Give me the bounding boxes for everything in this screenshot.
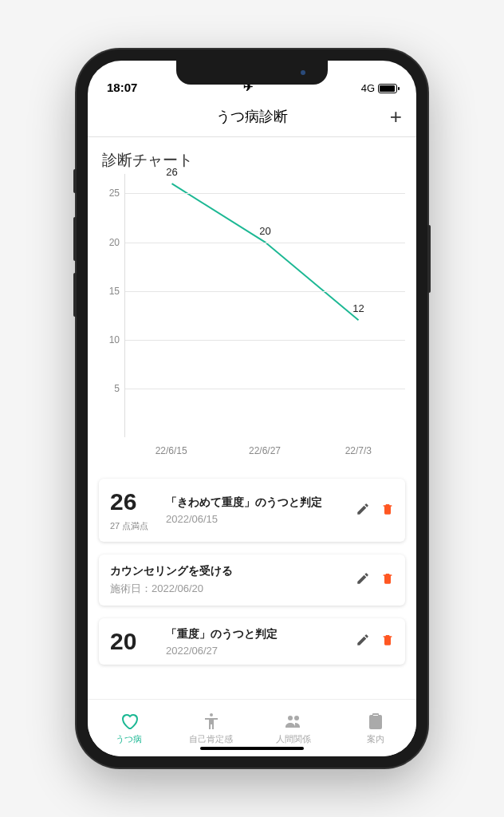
status-network: 4G (361, 82, 375, 94)
card-date: 2022/06/15 (166, 513, 346, 525)
chart-point-label: 12 (352, 302, 364, 314)
result-card[interactable]: 20「重度」のうつと判定2022/06/27 (99, 618, 405, 665)
y-tick: 15 (109, 286, 120, 297)
edit-icon[interactable] (356, 502, 370, 519)
status-time: 18:07 (107, 81, 137, 94)
y-tick: 25 (109, 187, 120, 199)
chart-point-label: 20 (259, 224, 270, 236)
y-tick: 20 (109, 237, 120, 248)
add-button[interactable]: + (390, 104, 402, 128)
home-indicator (200, 747, 304, 750)
svg-point-1 (288, 716, 293, 720)
phone-side-button (73, 169, 77, 193)
x-tick: 22/6/15 (124, 445, 218, 456)
svg-point-0 (210, 713, 213, 716)
body-icon (202, 712, 221, 731)
result-card[interactable]: 2627 点満点「きわめて重度」のうつと判定2022/06/15 (99, 479, 405, 542)
card-title: カウンセリングを受ける (110, 564, 346, 578)
nav-label: 案内 (367, 733, 384, 745)
delete-icon[interactable] (381, 571, 394, 589)
content[interactable]: 診断チャート 510152025 262012 22/6/1522/6/2722… (88, 137, 416, 699)
nav-label: 自己肯定感 (189, 733, 233, 745)
score-caption: 27 点満点 (110, 520, 156, 532)
card-title: 「きわめて重度」のうつと判定 (166, 495, 346, 510)
delete-icon[interactable] (381, 502, 394, 519)
people-icon (284, 712, 303, 731)
svg-point-2 (294, 716, 299, 720)
phone-side-button (73, 273, 77, 317)
page-title: うつ病診断 (216, 107, 288, 126)
nav-label: 人間関係 (276, 733, 311, 745)
battery-icon (378, 84, 397, 93)
score-value: 26 (110, 488, 156, 515)
screen: 18:07 ✈ 4G うつ病診断 + 診断チャート 510152025 2620… (88, 61, 416, 756)
y-tick: 5 (114, 383, 120, 394)
notch (176, 61, 328, 85)
x-tick: 22/7/3 (312, 445, 405, 456)
score-value: 20 (110, 628, 156, 655)
edit-icon[interactable] (356, 571, 370, 589)
card-title: 「重度」のうつと判定 (166, 627, 346, 641)
clipboard-icon (366, 712, 385, 731)
phone-frame: 18:07 ✈ 4G うつ病診断 + 診断チャート 510152025 2620… (77, 49, 427, 768)
phone-side-button (427, 225, 431, 293)
edit-icon[interactable] (356, 633, 370, 650)
app-header: うつ病診断 + (88, 96, 416, 137)
result-card[interactable]: カウンセリングを受ける施術日：2022/06/20 (99, 555, 405, 606)
nav-label: うつ病 (116, 733, 142, 745)
nav-item-clipboard[interactable]: 案内 (334, 700, 416, 756)
y-tick: 10 (109, 334, 120, 345)
delete-icon[interactable] (381, 633, 394, 650)
phone-side-button (73, 217, 77, 261)
card-date: 施術日：2022/06/20 (110, 582, 346, 596)
chart-title: 診断チャート (99, 150, 405, 171)
cards-list: 2627 点満点「きわめて重度」のうつと判定2022/06/15カウンセリングを… (99, 479, 405, 665)
chart-point-label: 26 (166, 166, 177, 178)
card-date: 2022/06/27 (166, 645, 346, 657)
heart-icon (120, 712, 139, 731)
x-tick: 22/6/27 (218, 445, 311, 456)
nav-item-heart[interactable]: うつ病 (88, 700, 170, 756)
chart: 510152025 262012 (99, 174, 405, 437)
